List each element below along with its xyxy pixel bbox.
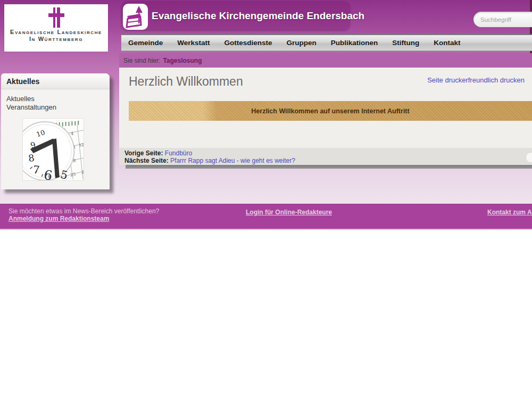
footer-news-column: Sie möchten etwas im News-Bereich veröff…: [9, 208, 159, 222]
nav-item-gemeinde[interactable]: Gemeinde: [128, 39, 163, 47]
breadcrumb: Sie sind hier: Tageslosung: [119, 53, 532, 68]
church-icon: [123, 4, 148, 30]
footer-login-column: Login für Online-Redakteure: [246, 209, 332, 216]
editor-login-link[interactable]: Login für Online-Redakteure: [246, 209, 332, 216]
footer-contact-column: Kontakt zum Administrator: [487, 209, 532, 216]
next-page-label: Nächste Seite:: [124, 157, 169, 164]
nav-item-publikationen[interactable]: Publikationen: [331, 39, 378, 47]
search-input[interactable]: [473, 12, 532, 27]
footer: Sie möchten etwas im News-Bereich veröff…: [0, 204, 532, 230]
svg-text:7: 7: [32, 163, 40, 176]
landeskirche-name-line2: In Württemberg: [4, 36, 108, 43]
nav-item-stiftung[interactable]: Stiftung: [392, 39, 419, 47]
pager-next-row: Nächste Seite: Pfarrr Rapp sagt Adieu - …: [124, 157, 532, 164]
content-drop-shadow: [126, 165, 532, 169]
cross-icon: [48, 7, 64, 28]
prev-page-label: Vorige Seite:: [124, 149, 163, 157]
nav-item-werkstatt[interactable]: Werkstatt: [177, 39, 210, 47]
sidebar-link-veranstaltungen[interactable]: Veranstaltungen: [6, 103, 104, 112]
sidebar-links: Aktuelles Veranstaltungen: [1, 89, 110, 112]
next-page-link[interactable]: Pfarrr Rapp sagt Adieu - wie geht es wei…: [170, 157, 295, 164]
footer-question: Sie möchten etwas im News-Bereich veröff…: [9, 208, 159, 215]
prev-page-link[interactable]: Fundbüro: [165, 149, 192, 157]
breadcrumb-current-page[interactable]: Tageslosung: [163, 57, 202, 64]
site-title: Evangelische Kirchengemeinde Endersbach: [152, 1, 364, 30]
main-content: Herzlich Willkommen Seite druckerfreundl…: [119, 68, 532, 165]
nav-item-kontakt[interactable]: Kontakt: [434, 39, 460, 47]
svg-text:25: 25: [70, 172, 76, 177]
print-page-link[interactable]: Seite druckerfreundlich drucken: [427, 76, 525, 84]
landeskirche-name-line1: Evangelische Landeskirche: [4, 29, 108, 36]
sidebar-title: Aktuelles: [1, 73, 110, 89]
clock-calendar-image: 4 11 18 25 12 26 10 9 8 7 6: [22, 118, 84, 181]
pager-prev-row: Vorige Seite: Fundbüro: [124, 149, 532, 157]
svg-text:26: 26: [81, 169, 84, 174]
church-logo[interactable]: [123, 4, 148, 30]
breadcrumb-prefix: Sie sind hier:: [123, 57, 160, 64]
sidebar-aktuelles: Aktuelles Aktuelles Veranstaltungen: [1, 73, 110, 189]
page-title: Herzlich Willkommen: [129, 74, 243, 89]
redaktionsteam-signup-link[interactable]: Anmeldung zum Redaktionsteam: [9, 215, 109, 222]
welcome-banner: Herzlich Willkommen auf unserem Internet…: [129, 101, 532, 121]
welcome-banner-text: Herzlich Willkommen auf unserem Internet…: [251, 107, 409, 115]
sidebar-link-aktuelles[interactable]: Aktuelles: [6, 95, 104, 103]
admin-contact-link[interactable]: Kontakt zum Administrator: [487, 209, 532, 216]
landeskirche-logo[interactable]: Evangelische Landeskirche In Württemberg: [4, 4, 108, 52]
nav-item-gruppen[interactable]: Gruppen: [287, 39, 317, 47]
svg-text:12: 12: [78, 142, 84, 147]
main-navigation: Gemeinde Werkstatt Gottesdienste Gruppen…: [121, 34, 532, 51]
pager: Vorige Seite: Fundbüro Nächste Seite: Pf…: [119, 148, 532, 165]
page: Evangelische Landeskirche In Württemberg…: [0, 0, 532, 399]
nav-item-gottesdienste[interactable]: Gottesdienste: [225, 39, 272, 47]
site-header: Evangelische Kirchengemeinde Endersbach: [121, 1, 350, 30]
